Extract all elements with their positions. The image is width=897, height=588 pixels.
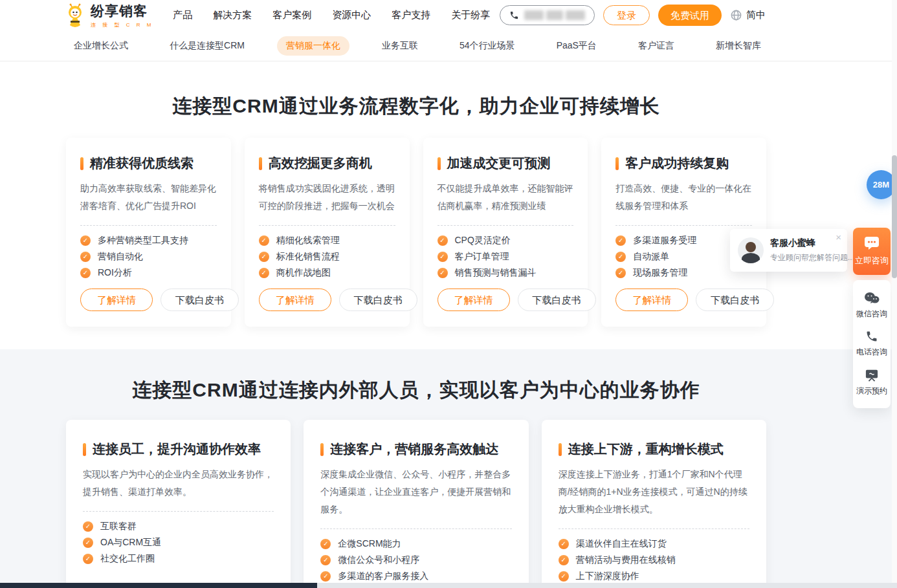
- check-icon: ✓: [559, 539, 569, 549]
- wechat-consult-item[interactable]: 微信咨询: [853, 292, 891, 320]
- card-desc: 不仅能提升成单效率，还能智能评估商机赢率，精准预测业绩: [437, 180, 574, 215]
- phone-handset-icon: [865, 330, 878, 343]
- subnav-item-testimonials[interactable]: 客户证言: [629, 36, 683, 56]
- bullet-item: ✓微信公众号和小程序: [320, 554, 511, 566]
- check-icon: ✓: [83, 554, 93, 564]
- bullet-item: ✓商机作战地图: [259, 267, 395, 279]
- title-marker: [83, 443, 86, 456]
- nav-item-cases[interactable]: 客户案例: [272, 9, 311, 21]
- demo-booking-item[interactable]: 演示预约: [853, 369, 891, 397]
- bullet-item: ✓标准化销售流程: [259, 251, 395, 263]
- check-icon: ✓: [83, 538, 93, 548]
- bullet-item: ✓CPQ灵活定价: [437, 235, 574, 246]
- support-agent-name: 客服小蜜蜂: [770, 237, 815, 249]
- section2-title: 连接型CRM通过连接内外部人员，实现以客户为中心的业务协作: [66, 377, 766, 404]
- card-title: 高效挖掘更多商机: [269, 155, 372, 172]
- check-icon: ✓: [259, 235, 269, 246]
- card-desc: 深度连接上下游业务，打通1个厂家和N个代理商/经销商的1+N业务连接模式，可通过…: [559, 466, 749, 518]
- divider: [320, 528, 511, 529]
- download-whitepaper-button[interactable]: 下载白皮书: [696, 289, 774, 311]
- consult-now-button[interactable]: 立即咨询: [853, 228, 891, 275]
- title-marker: [437, 157, 441, 170]
- section1-cards: 精准获得优质线索 助力高效率获取线索、智能差异化潜客培育、优化广告提升ROI ✓…: [66, 138, 766, 327]
- subnav-item-industry-scenarios[interactable]: 54个行业场景: [450, 36, 524, 56]
- demo-booking-label: 演示预约: [856, 386, 887, 397]
- subnav-item-growth-formula[interactable]: 企业增长公式: [65, 36, 137, 56]
- title-marker: [80, 157, 83, 170]
- nav-item-products[interactable]: 产品: [173, 9, 192, 21]
- login-button[interactable]: 登录: [603, 5, 650, 25]
- bullet-item: ✓社交化工作圈: [83, 553, 274, 565]
- phone-consult-item[interactable]: 电话咨询: [853, 330, 891, 358]
- bullet-item: ✓客户订单管理: [437, 251, 574, 263]
- learn-more-button[interactable]: 了解详情: [80, 289, 153, 311]
- support-agent-desc: 专业顾问帮您解答问题...: [770, 252, 854, 263]
- subnav-item-business-connect[interactable]: 业务互联: [373, 36, 427, 56]
- section-digitalization: 连接型CRM通过业务流程数字化，助力企业可持续增长 精准获得优质线索 助力高效率…: [0, 61, 897, 349]
- learn-more-button[interactable]: 了解详情: [437, 289, 510, 311]
- header: 纷享销客 连 接 型 C R M 产品 解决方案 客户案例 资源中心 客户支持 …: [0, 0, 897, 30]
- chat-bubble-icon: [864, 236, 880, 250]
- card-desc: 实现以客户为中心的企业内全员高效业务协作，提升销售、渠道打单效率。: [83, 466, 274, 501]
- top-nav: 产品 解决方案 客户案例 资源中心 客户支持 关于纷享: [173, 9, 490, 21]
- download-whitepaper-button[interactable]: 下载白皮书: [161, 289, 239, 311]
- bullet-item: ✓营销自动化: [80, 251, 217, 263]
- horizontal-scrollbar-thumb[interactable]: [0, 583, 317, 588]
- bee-logo-icon: [65, 3, 85, 28]
- presentation-board-icon: [865, 369, 879, 382]
- check-icon: ✓: [80, 252, 91, 262]
- learn-more-button[interactable]: 了解详情: [615, 289, 688, 311]
- language-switcher[interactable]: 简中: [730, 9, 766, 21]
- bullet-item: ✓OA与CRM互通: [83, 537, 274, 549]
- vertical-scrollbar-thumb[interactable]: [892, 155, 897, 278]
- nav-item-resources[interactable]: 资源中心: [332, 9, 371, 21]
- bullet-item: ✓互联客群: [83, 521, 274, 532]
- contact-sidebar: 微信咨询 电话咨询 演示预约: [853, 280, 891, 408]
- secondary-nav: 企业增长公式 什么是连接型CRM 营销服一体化 业务互联 54个行业场景 Paa…: [0, 30, 897, 61]
- card-title: 连接上下游，重构增长模式: [568, 441, 724, 458]
- card-connect-employees: 连接员工，提升沟通协作效率 实现以客户为中心的企业内全员高效业务协作，提升销售、…: [66, 420, 291, 588]
- check-icon: ✓: [437, 268, 448, 278]
- phone-number-redacted: [524, 10, 585, 20]
- bullet-item: ✓企微SCRM能力: [320, 538, 511, 550]
- divider: [83, 511, 274, 512]
- close-icon[interactable]: ×: [836, 232, 841, 243]
- nav-item-support[interactable]: 客户支持: [392, 9, 430, 21]
- subnav-item-paas[interactable]: PaaS平台: [548, 36, 606, 56]
- learn-more-button[interactable]: 了解详情: [259, 289, 331, 311]
- bullet-item: ✓多渠道的客户服务接入: [320, 571, 511, 582]
- download-whitepaper-button[interactable]: 下载白皮书: [518, 289, 596, 311]
- subnav-item-growth-library[interactable]: 新增长智库: [707, 36, 770, 56]
- title-marker: [559, 443, 562, 456]
- wechat-icon: [864, 292, 880, 305]
- check-icon: ✓: [437, 235, 448, 246]
- divider: [437, 225, 574, 226]
- language-label: 简中: [746, 9, 766, 21]
- globe-icon: [730, 9, 742, 21]
- check-icon: ✓: [80, 268, 91, 278]
- subnav-item-marketing-sales-service[interactable]: 营销服一体化: [277, 36, 349, 56]
- phone-icon: [509, 10, 519, 20]
- nav-item-solutions[interactable]: 解决方案: [213, 9, 252, 21]
- check-icon: ✓: [615, 252, 626, 262]
- nav-item-about[interactable]: 关于纷享: [451, 9, 490, 21]
- free-trial-button[interactable]: 免费试用: [658, 5, 722, 26]
- section-collaboration: 连接型CRM通过连接内外部人员，实现以客户为中心的业务协作 连接员工，提升沟通协…: [0, 349, 897, 588]
- brand-logo[interactable]: 纷享销客 连 接 型 C R M: [65, 2, 153, 28]
- check-icon: ✓: [559, 571, 569, 582]
- card-connect-supply-chain: 连接上下游，重构增长模式 深度连接上下游业务，打通1个厂家和N个代理商/经销商的…: [542, 420, 766, 588]
- card-title: 加速成交更可预测: [447, 155, 551, 172]
- card-title: 客户成功持续复购: [625, 155, 729, 172]
- bullet-item: ✓上下游深度协作: [559, 571, 749, 582]
- vertical-scrollbar: [892, 0, 897, 583]
- title-marker: [615, 157, 619, 170]
- card-title: 精准获得优质线索: [90, 155, 194, 172]
- phone-number-pill[interactable]: [500, 5, 595, 25]
- check-icon: ✓: [259, 268, 269, 278]
- brand-tagline: 连 接 型 C R M: [91, 21, 153, 28]
- subnav-item-what-is-crm[interactable]: 什么是连接型CRM: [161, 36, 254, 56]
- chat-popup[interactable]: 客服小蜜蜂 专业顾问帮您解答问题... ×: [730, 229, 847, 272]
- download-whitepaper-button[interactable]: 下载白皮书: [339, 289, 417, 311]
- section2-cards: 连接员工，提升沟通协作效率 实现以客户为中心的企业内全员高效业务协作，提升销售、…: [66, 420, 766, 588]
- check-icon: ✓: [615, 268, 626, 278]
